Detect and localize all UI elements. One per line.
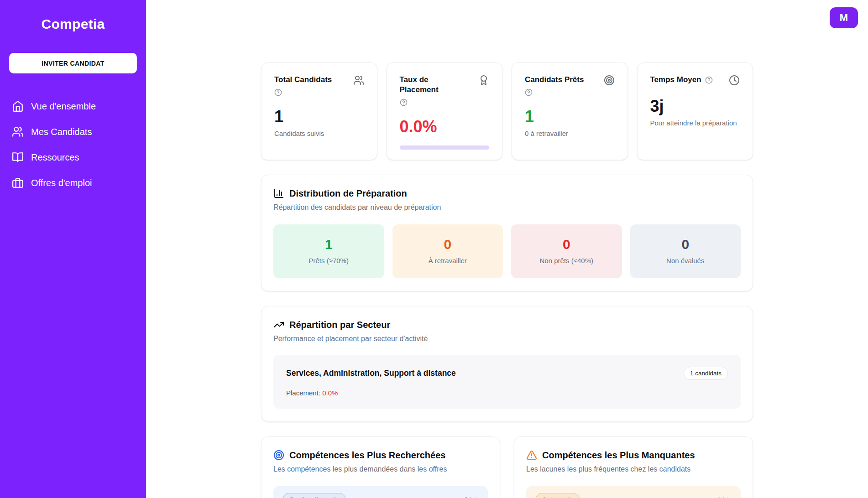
placement-progress-bar [400, 145, 490, 150]
placement-value: 0.0% [322, 389, 338, 397]
sector-name: Services, Administration, Support à dist… [286, 368, 456, 378]
stat-title: Taux de Placement [400, 75, 468, 95]
bucket-label: À retravailler [397, 257, 499, 265]
trending-up-icon [273, 319, 284, 330]
section-subtitle: Les compétences les plus demandées dans … [273, 465, 488, 473]
skill-tag: Autonomie [535, 493, 580, 498]
users-icon [12, 126, 24, 138]
sector-row: Services, Administration, Support à dist… [273, 355, 741, 409]
bucket-not-evaluated: 0 Non évalués [630, 224, 741, 278]
invite-candidate-button[interactable]: INVITER CANDIDAT [9, 53, 137, 73]
stat-title: Candidats Prêts [525, 75, 584, 85]
home-icon [12, 100, 24, 112]
stat-card-total-candidates: Total Candidats 1 Candidats suivis [261, 62, 377, 160]
top-skills-section: Compétences les Plus Recherchées Les com… [261, 436, 500, 498]
user-avatar[interactable]: M [830, 7, 858, 28]
section-title: Compétences les Plus Manquantes [542, 450, 695, 461]
sidebar-nav: Vue d'ensemble Mes Candidats Ressources … [0, 93, 146, 196]
sidebar-item-overview[interactable]: Vue d'ensemble [0, 93, 146, 119]
bucket-not-ready: 0 Non prêts (≤40%) [511, 224, 622, 278]
skill-count: 1 fois [717, 496, 732, 498]
stat-caption: 0 à retravailler [525, 130, 615, 137]
bucket-ready: 1 Prêts (≥70%) [273, 224, 384, 278]
candidate-count-badge: 1 candidats [684, 367, 728, 380]
sidebar-item-resources[interactable]: Ressources [0, 145, 146, 170]
help-icon[interactable] [274, 88, 282, 96]
sector-section: Répartition par Secteur Performance et p… [261, 306, 753, 422]
stat-value: 1 [274, 107, 364, 126]
section-title: Répartition par Secteur [289, 320, 390, 330]
stat-card-average-time: Temps Moyen 3j Pour atteindre la prépara… [637, 62, 753, 160]
stat-value: 0.0% [400, 117, 490, 136]
sidebar-item-candidates[interactable]: Mes Candidats [0, 119, 146, 145]
section-subtitle: Les lacunes les plus fréquentes chez les… [526, 465, 741, 473]
award-icon [474, 75, 489, 86]
bucket-value: 0 [516, 237, 617, 252]
stats-row: Total Candidats 1 Candidats suivis Taux … [261, 62, 753, 160]
bucket-label: Non évalués [635, 257, 737, 265]
target-icon [273, 450, 284, 461]
placement-label: Placement: [286, 389, 320, 397]
bucket-value: 0 [635, 237, 737, 252]
section-title: Compétences les Plus Recherchées [289, 450, 445, 461]
bucket-label: Prêts (≥70%) [278, 257, 380, 265]
section-subtitle: Répartition des candidats par niveau de … [273, 203, 741, 212]
sidebar-item-label: Vue d'ensemble [31, 101, 96, 112]
clock-icon [724, 75, 740, 86]
bucket-rework: 0 À retravailler [392, 224, 503, 278]
sidebar: Competia INVITER CANDIDAT Vue d'ensemble… [0, 0, 146, 498]
stat-value: 3j [650, 97, 740, 116]
bucket-label: Non prêts (≤40%) [516, 257, 617, 265]
sidebar-item-jobs[interactable]: Offres d'emploi [0, 170, 146, 196]
users-icon [349, 75, 364, 86]
distribution-section: Distribution de Préparation Répartition … [261, 175, 753, 291]
help-icon[interactable] [525, 88, 533, 96]
skill-row: Autonomie 1 fois [526, 486, 741, 498]
stat-card-ready-candidates: Candidats Prêts 1 0 à retravailler [512, 62, 628, 160]
distribution-buckets: 1 Prêts (≥70%) 0 À retravailler 0 Non pr… [273, 224, 741, 278]
target-icon [599, 75, 615, 86]
help-icon[interactable] [400, 99, 408, 106]
help-icon[interactable] [705, 76, 713, 84]
stat-value: 1 [525, 107, 615, 126]
alert-triangle-icon [526, 450, 537, 461]
sidebar-item-label: Ressources [31, 152, 79, 163]
briefcase-icon [12, 177, 24, 189]
stat-title: Temps Moyen [650, 75, 701, 85]
missing-skills-section: Compétences les Plus Manquantes Les lacu… [514, 436, 753, 498]
bucket-value: 0 [397, 237, 499, 252]
bar-chart-icon [273, 188, 284, 199]
skill-tag: Gestion d'agenda [282, 493, 346, 498]
book-open-icon [12, 151, 24, 163]
skills-row: Compétences les Plus Recherchées Les com… [261, 436, 753, 498]
brand-logo: Competia [0, 16, 146, 32]
section-title: Distribution de Préparation [289, 188, 407, 199]
stat-caption: Pour atteindre la préparation [650, 119, 740, 127]
sidebar-item-label: Offres d'emploi [31, 178, 92, 188]
skill-count: 5 fois [465, 496, 479, 498]
sidebar-item-label: Mes Candidats [31, 127, 92, 137]
section-subtitle: Performance et placement par secteur d'a… [273, 335, 741, 343]
stat-card-placement-rate: Taux de Placement 0.0% [387, 62, 503, 160]
stat-caption: Candidats suivis [274, 130, 364, 137]
dashboard-container: Total Candidats 1 Candidats suivis Taux … [261, 0, 753, 498]
sector-placement: Placement: 0.0% [286, 389, 728, 397]
bucket-value: 1 [278, 237, 380, 252]
skill-row: Gestion d'agenda 5 fois [273, 486, 488, 498]
main-content: M Total Candidats 1 Candidats sui [146, 0, 868, 498]
stat-title: Total Candidats [274, 75, 332, 85]
